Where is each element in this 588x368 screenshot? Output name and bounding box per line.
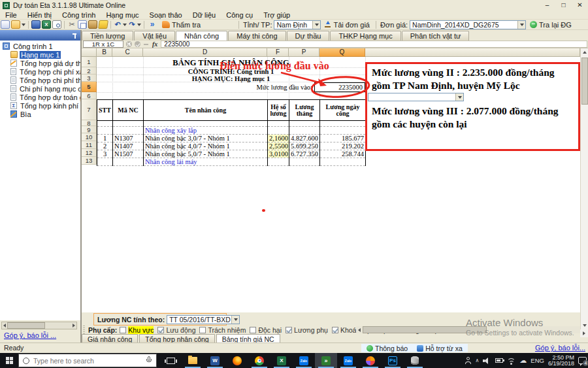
row-header-7[interactable]: 7	[82, 99, 97, 120]
checkbox-trach-nhiem[interactable]: Trách nhiệm	[199, 326, 246, 334]
row-header-9[interactable]: 9	[82, 126, 97, 133]
open-folder-icon[interactable]	[11, 20, 20, 29]
select-all-corner[interactable]	[82, 48, 97, 57]
close-button[interactable]: ✕	[572, 0, 588, 10]
save-icon[interactable]	[31, 20, 41, 29]
menu-du-lieu[interactable]: Dữ liệu	[188, 11, 221, 19]
wifi-icon[interactable]	[507, 358, 515, 364]
language-indicator[interactable]: ENG	[531, 357, 544, 364]
menu-tro-giup[interactable]: Trợ giúp	[258, 11, 295, 19]
row-header-11[interactable]: 11	[82, 141, 97, 149]
scroll-right-corner-icon[interactable]	[580, 329, 588, 337]
tree-horizontal-scrollbar[interactable]	[1, 322, 77, 329]
cell-ngay[interactable]: 258.744	[320, 150, 366, 158]
cell-stt[interactable]: 2	[97, 142, 113, 150]
scroll-left-icon[interactable]	[358, 328, 361, 332]
tham-tra-button[interactable]: Thẩm tra	[158, 20, 204, 29]
tree-item-chi-phi-thiet-bi[interactable]: Tổng hợp chi phí thiết bị	[10, 76, 80, 84]
taskbar-search[interactable]	[18, 354, 157, 367]
zalo-button[interactable]: Zalo	[293, 353, 315, 368]
tree-item-bia[interactable]: Bìa	[10, 110, 33, 118]
feedback-link[interactable]: Góp ý, báo lỗi ...	[4, 331, 56, 339]
paste-icon[interactable]	[88, 20, 97, 29]
empty-row[interactable]	[97, 121, 366, 127]
tree-item-chi-phi-xay-dung[interactable]: Tổng hợp chi phí xây dựng	[10, 67, 80, 76]
tra-lai-dg-button[interactable]: Tra lại ĐG	[526, 20, 576, 29]
cell-ngay[interactable]: 185.677	[320, 135, 366, 142]
row-header-6[interactable]: 6	[82, 92, 97, 99]
table-row[interactable]: 2 N1407 Nhân công bậc 4,0/7 - Nhóm 1 2,5…	[97, 142, 366, 150]
copy-icon[interactable]	[78, 20, 87, 29]
accept-icon[interactable]	[135, 41, 140, 47]
row-header-2[interactable]: 2	[82, 67, 97, 75]
cell-thang[interactable]: 6.727.350	[289, 150, 320, 158]
row-header-13[interactable]: 13	[82, 157, 97, 165]
new-file-icon[interactable]	[1, 20, 10, 29]
zalo-chat-button[interactable]: Zalo	[337, 353, 359, 368]
row-header-1[interactable]: 1	[82, 57, 97, 67]
onedrive-cloud-icon[interactable]: ☁	[519, 357, 527, 364]
menu-file[interactable]: File	[0, 11, 22, 19]
tree-item-tong-hop-gia-du-thau[interactable]: Tổng hợp giá dự thầu	[10, 59, 80, 67]
cell-heso[interactable]: 2,1600	[268, 135, 289, 142]
cell-ten[interactable]: Nhân công bậc 4,0/7 - Nhóm 1	[144, 142, 268, 150]
format-brush-icon[interactable]	[98, 20, 108, 29]
open-dropdown-caret-icon[interactable]	[22, 24, 25, 26]
cell-ten[interactable]: Nhân công bậc 5,0/7 - Nhóm 1	[144, 150, 268, 158]
checkbox-khu-vuc[interactable]: Khu vực	[120, 326, 154, 334]
province-combo-caret-icon[interactable]	[312, 21, 320, 29]
search-input[interactable]	[33, 357, 146, 365]
checkbox-doc-hai[interactable]: Độc hại	[250, 326, 282, 334]
microphone-icon[interactable]	[146, 356, 152, 365]
eta-app-button[interactable]: »	[315, 353, 337, 368]
feedback-link-status[interactable]: Góp ý, báo lỗi...	[535, 344, 585, 352]
cell-thang[interactable]: 4.827.600	[289, 135, 320, 142]
table-row[interactable]: 3 N1507 Nhân công bậc 5,0/7 - Nhóm 1 3,0…	[97, 150, 366, 158]
cell-heso[interactable]: 2,5500	[268, 142, 289, 150]
cell-ma[interactable]: N1507	[113, 150, 144, 158]
cell-stt[interactable]: 3	[97, 150, 113, 158]
maximize-button[interactable]: □	[555, 0, 572, 10]
province-combo[interactable]: Nam Định	[274, 20, 321, 29]
media-player-button[interactable]	[359, 353, 382, 368]
column-header-c[interactable]: C	[112, 48, 143, 57]
tree-item-tong-hop-kinh-phi[interactable]: Σ Tổng hợp kinh phí	[10, 101, 80, 110]
tab-phan-tich-vat-tu[interactable]: Phân tích vật tư	[402, 31, 470, 41]
redo-icon[interactable]: ↷	[128, 20, 136, 29]
cell-stt[interactable]: 1	[97, 135, 113, 142]
tab-thkp-hang-muc[interactable]: THKP Hạng mục	[330, 31, 400, 41]
file-explorer-button[interactable]	[182, 353, 204, 368]
cell-ma[interactable]: N1407	[113, 142, 144, 150]
start-button[interactable]	[0, 353, 18, 368]
excel-export-icon[interactable]: X	[42, 20, 51, 29]
photoshop-button[interactable]: Ps	[382, 353, 404, 368]
excel-button[interactable]: X	[270, 353, 293, 368]
scroll-down-icon[interactable]	[581, 322, 588, 329]
unit-price-combo-caret-icon[interactable]	[517, 21, 525, 29]
firefox-button[interactable]	[226, 353, 248, 368]
tree-item-hang-muc-1[interactable]: Hạng mục 1	[10, 50, 61, 59]
column-header-b[interactable]: B	[97, 48, 112, 57]
scroll-right-icon[interactable]	[73, 324, 75, 327]
cell-ngay[interactable]: 219.202	[320, 142, 366, 150]
group-row-xay-lap[interactable]: Nhân công xây lắp	[97, 127, 366, 135]
vertical-scrollbar[interactable]	[580, 48, 588, 329]
menu-hien-thi[interactable]: Hiển thị	[22, 11, 57, 19]
table-row[interactable]: 1 N1307 Nhân công bậc 3,0/7 - Nhóm 1 2,1…	[97, 135, 366, 142]
unit-price-combo[interactable]: NamDinh_2014XD_DG2675	[410, 20, 526, 29]
cancel-icon[interactable]	[126, 41, 132, 47]
tree-item-hang-muc-chung[interactable]: Chi phí hạng mục chung	[10, 84, 80, 93]
menu-soan-thao[interactable]: Soạn thảo	[144, 11, 188, 19]
cell-thang[interactable]: 5.699.250	[289, 142, 320, 150]
scroll-left-icon[interactable]	[3, 324, 6, 327]
row-header-12[interactable]: 12	[82, 149, 97, 157]
menu-hang-muc[interactable]: Hạng mục	[101, 11, 144, 19]
insert-function-icon[interactable]	[144, 44, 148, 45]
people-icon[interactable]	[465, 357, 472, 364]
formula-input[interactable]: 2235000	[161, 41, 587, 48]
undo-dropdown-caret-icon[interactable]	[123, 24, 127, 26]
undo-icon[interactable]: ↶	[114, 20, 122, 29]
scrollbar-thumb[interactable]	[7, 322, 45, 329]
menu-cong-trinh[interactable]: Công trình	[57, 11, 101, 19]
salary-basis-combo[interactable]: TT 05/2016/TT-BXD	[167, 315, 240, 324]
